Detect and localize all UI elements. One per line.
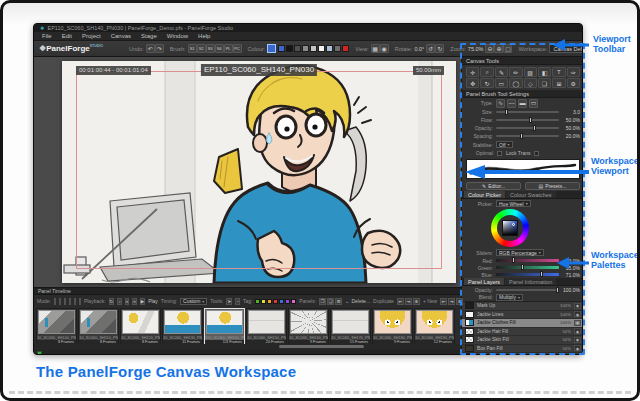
duplicate-button[interactable]: ⇤ [397, 298, 404, 305]
rotate-value[interactable]: 0.0° [414, 46, 424, 52]
panel-thumbnail[interactable]: EP110_SC060_SH190_PN010 12 Frames [414, 308, 455, 344]
app-icon: ❖ [40, 25, 44, 31]
rotate-button[interactable]: ↺ [426, 44, 435, 53]
panel-thumbnail[interactable]: EP110_SC060_SH170_PN010 15 Frames [330, 308, 371, 344]
active-colour-swatch[interactable] [267, 44, 276, 53]
panel-thumbnail[interactable]: EP110_SC060_SH180_PN010 9 Frames [372, 308, 413, 344]
undo-group: Undo: ↶↷ [129, 44, 164, 53]
figure-page: ❖ EP110_SC060_SH140_PN030 | PanelForge_D… [0, 0, 640, 401]
menu-item[interactable]: Stage [141, 33, 157, 39]
timeline-scrollbar[interactable] [34, 344, 461, 350]
colour-swatch-group: Colour: [248, 44, 350, 53]
mode-button-5[interactable] [74, 298, 76, 305]
brush-preset-button[interactable]: S1 [188, 44, 197, 53]
delete-panel-button[interactable]: ← Delete... [345, 298, 370, 304]
colour-swatch[interactable] [318, 45, 325, 52]
brush-preset-button[interactable]: PL [224, 44, 233, 53]
tag-colour-swatch[interactable] [279, 299, 284, 304]
timeline-footer [34, 350, 461, 355]
panel-thumbnail[interactable]: EP110_SC060_SH160_PN010 9 Frames [288, 308, 329, 344]
scrollbar-handle[interactable] [279, 345, 364, 348]
mode-button-6[interactable] [79, 298, 81, 305]
loop-icon[interactable]: ↻ [109, 298, 115, 305]
duplicate-button[interactable]: ⊕ [413, 298, 420, 305]
menu-item[interactable]: Canvas [111, 33, 131, 39]
bottom-dashed-divider [9, 391, 631, 394]
thumbnail-image [248, 310, 285, 334]
panels-button[interactable]: ❏ [327, 298, 334, 305]
storyboard-panel[interactable]: 00:01:00:44 - 00:01:01:04 EP110_SC060_SH… [62, 61, 456, 283]
panels-button[interactable]: ❐ [319, 298, 326, 305]
tag-colour-swatch[interactable] [255, 299, 260, 304]
brush-preset-group: Brush: S1S2S3S4PLPC [170, 44, 242, 53]
colour-swatch[interactable] [302, 45, 309, 52]
timing-dropdown[interactable]: Custom▾ [180, 298, 207, 305]
play-button[interactable]: ▶ [140, 298, 145, 305]
tag-colour-swatch[interactable] [285, 299, 290, 304]
undo-button[interactable]: ↶ [146, 44, 155, 53]
titlebar: ❖ EP110_SC060_SH140_PN030 | PanelForge_D… [34, 24, 582, 32]
timing-tool-icon[interactable]: ◔ [235, 298, 240, 305]
brush-preset-button[interactable]: S3 [206, 44, 215, 53]
thumbnail-image [164, 310, 201, 334]
colour-swatch[interactable] [342, 45, 349, 52]
duplicate-button[interactable]: ⇥ [405, 298, 412, 305]
panel-thumbnail[interactable]: EP110_SC060_SH120_PN010 8 Frames [120, 308, 161, 344]
thumbnail-image [416, 310, 453, 334]
colour-swatch[interactable] [326, 45, 333, 52]
tag-colour-swatch[interactable] [267, 299, 272, 304]
prev-panel-button[interactable]: « [125, 298, 130, 305]
chevron-down-icon: ▾ [202, 299, 204, 304]
menu-item[interactable]: Edit [62, 33, 72, 39]
colour-swatch[interactable] [310, 45, 317, 52]
thumbnail-image [332, 310, 369, 334]
timeline-header[interactable]: Panel Timeline [34, 288, 461, 295]
colour-swatch[interactable] [286, 45, 293, 52]
colour-swatch[interactable] [278, 45, 285, 52]
panel-thumbnail[interactable]: EP110_SC060_SH100_PN010 8 Frames [36, 308, 77, 344]
rotate-group: Rotate: 0.0° ↺↻ [395, 44, 445, 53]
pointer-tool-icon[interactable]: ➤ [226, 298, 232, 305]
panel-thumbnail[interactable]: EP110_SC060_SH150_PN010 20 Frames [246, 308, 287, 344]
thumbnail-strip: EP110_SC060_SH100_PN010 8 Frames EP110_S… [34, 307, 461, 344]
new-panel-button[interactable]: ⇤ [440, 298, 447, 305]
brush-preset-button[interactable]: S2 [197, 44, 206, 53]
colour-swatch[interactable] [334, 45, 341, 52]
panel-name-overlay: EP110_SC060_SH140_PN030 [201, 64, 317, 76]
annotation-workspace-palettes: WorkspacePalettes [591, 250, 639, 270]
view-button[interactable]: ◉ [380, 44, 389, 53]
focal-length-overlay: 50.00mm [413, 66, 444, 75]
toolbar-annotation-arrow [551, 38, 591, 52]
mode-button-2[interactable] [59, 298, 61, 305]
menu-item[interactable]: File [42, 33, 52, 39]
tag-colour-swatch[interactable] [261, 299, 266, 304]
panel-thumbnail[interactable]: EP110_SC060_SH110_PN010 8 Frames [78, 308, 119, 344]
next-panel-button[interactable]: » [132, 298, 137, 305]
menu-item[interactable]: Project [82, 33, 101, 39]
tag-colour-swatch[interactable] [291, 299, 296, 304]
workspace-viewport[interactable]: 00:01:00:44 - 00:01:01:04 EP110_SC060_SH… [34, 57, 461, 287]
annotation-viewport-toolbar: ViewportToolbar [593, 34, 631, 54]
timecode-overlay: 00:01:00:44 - 00:01:01:04 [76, 66, 151, 75]
tag-colour-swatch[interactable] [273, 299, 278, 304]
timeline-status-icon [37, 351, 42, 355]
new-panel-button[interactable]: ⇥ [448, 298, 455, 305]
menu-item[interactable]: Window [167, 33, 188, 39]
menu-item[interactable]: Help [198, 33, 210, 39]
panels-button[interactable]: ⊞ [335, 298, 342, 305]
mode-button-1[interactable] [54, 298, 56, 305]
colour-swatch[interactable] [294, 45, 301, 52]
thumbnail-image [206, 310, 243, 334]
thumbnail-image [80, 310, 117, 334]
mode-button-3[interactable] [64, 298, 66, 305]
brush-preset-button[interactable]: S4 [215, 44, 224, 53]
panel-thumbnail[interactable]: ▶EP110_SC060_SH140_PN030 1/3 Frames [204, 308, 245, 344]
palettes-highlight-box [460, 43, 585, 355]
panel-thumbnail[interactable]: EP110_SC060_SH130_PN010 11 Frames [162, 308, 203, 344]
brush-preset-button[interactable]: PC [233, 44, 242, 53]
rotate-button[interactable]: ↻ [435, 44, 444, 53]
audio-icon[interactable]: ♪ [117, 298, 121, 305]
undo-button[interactable]: ↷ [155, 44, 164, 53]
mode-button-4[interactable] [69, 298, 71, 305]
view-button[interactable]: ▦ [371, 44, 380, 53]
